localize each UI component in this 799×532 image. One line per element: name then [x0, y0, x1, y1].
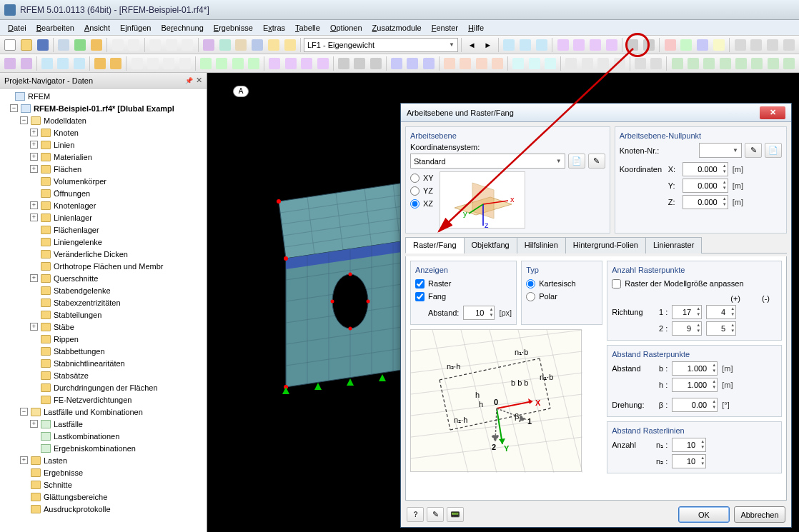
tbtn-undo[interactable] — [110, 37, 125, 53]
tb2-33[interactable] — [564, 56, 578, 71]
tbtn-copy[interactable] — [164, 37, 179, 53]
coordsys-edit-icon[interactable]: ✎ — [588, 154, 605, 169]
tree-item[interactable]: Stabendgelenke — [0, 284, 207, 296]
abstand-h-input[interactable]: 1.000 — [672, 378, 718, 392]
tb2-8[interactable] — [129, 56, 144, 71]
plane-xy[interactable]: XY — [410, 171, 434, 184]
tb2-44[interactable] — [750, 56, 764, 71]
tree-item[interactable]: +Lasten — [0, 454, 207, 466]
richtung2-plus-input[interactable]: 9 — [672, 321, 702, 336]
tbtn-f[interactable] — [282, 37, 297, 53]
radio-kartesisch[interactable]: Kartesisch — [526, 277, 597, 290]
tb2-42[interactable] — [718, 56, 732, 71]
dialog-close-icon[interactable]: ✕ — [760, 106, 785, 119]
tb2-12[interactable] — [199, 56, 213, 71]
new-node-icon[interactable]: 📄 — [765, 143, 782, 158]
knoten-combo[interactable] — [699, 143, 742, 158]
tb2-41[interactable] — [702, 56, 716, 71]
tbtn-4[interactable] — [56, 37, 71, 53]
tbtn-j1[interactable] — [662, 37, 678, 53]
tb2-27[interactable] — [458, 56, 472, 71]
expand-icon[interactable]: + — [30, 323, 38, 331]
tb2-29[interactable] — [490, 56, 505, 71]
tree-item[interactable]: Stabexzentrizitäten — [0, 296, 207, 308]
menu-datei[interactable]: Datei — [3, 22, 31, 34]
tb2-45[interactable] — [766, 56, 780, 71]
drehung-input[interactable]: 0.00 — [672, 398, 718, 412]
tree-item[interactable]: FE-Netzverdichtungen — [0, 393, 207, 406]
tb2-39[interactable] — [670, 56, 684, 71]
tb2-31[interactable] — [527, 56, 542, 71]
menu-ansicht[interactable]: Ansicht — [79, 22, 115, 34]
tab-hintergrund[interactable]: Hintergrund-Folien — [565, 237, 646, 254]
tree-item[interactable]: Stabbettungen — [0, 345, 207, 357]
coordsystem-combo[interactable]: Standard — [410, 154, 565, 169]
coord-y-input[interactable]: 0.000 — [683, 179, 728, 193]
tree-item[interactable]: Stabteilungen — [0, 308, 207, 321]
tree-item[interactable]: Veränderliche Dicken — [0, 248, 207, 260]
tbtn-k2[interactable] — [749, 37, 764, 53]
ok-button[interactable]: OK — [678, 506, 730, 523]
tb2-14[interactable] — [231, 56, 245, 71]
expand-icon[interactable]: + — [30, 201, 38, 209]
plane-xz[interactable]: XZ — [410, 197, 434, 210]
tb2-46[interactable] — [782, 56, 796, 71]
menu-ergebnisse[interactable]: Ergebnisse — [209, 22, 258, 34]
tree-item[interactable]: +Knotenlager — [0, 199, 207, 211]
tb2-4[interactable] — [56, 56, 70, 71]
tb2-18[interactable] — [299, 56, 314, 71]
menu-fenster[interactable]: Fenster — [427, 22, 463, 34]
tree-root[interactable]: RFEM — [28, 92, 50, 101]
tree-item[interactable]: Schnitte — [0, 478, 207, 491]
tree-item[interactable]: +Stäbe — [0, 321, 207, 333]
tb2-40[interactable] — [686, 56, 700, 71]
tree-item[interactable]: Glättungsbereiche — [0, 491, 207, 503]
tree-item[interactable]: Öffnungen — [0, 187, 207, 199]
expand-icon[interactable]: + — [30, 129, 38, 136]
expand-icon[interactable]: + — [30, 274, 38, 282]
tab-objektfang[interactable]: Objektfang — [464, 237, 517, 254]
tb2-38[interactable] — [649, 56, 663, 71]
tree-item[interactable]: +Knoten — [0, 126, 207, 139]
richtung1-minus-input[interactable]: 4 — [706, 305, 736, 319]
navigator-tree[interactable]: RFEM −RFEM-Beispiel-01.rf4* [Dlubal Exam… — [0, 89, 207, 532]
tbtn-grid-settings[interactable] — [625, 37, 640, 53]
tbtn-e[interactable] — [267, 37, 282, 53]
tbtn-h4[interactable] — [604, 37, 619, 53]
tab-linienraster[interactable]: Linienraster — [645, 237, 702, 254]
tb2-9[interactable] — [146, 56, 160, 71]
tb2-15[interactable] — [247, 56, 261, 71]
tbtn-b[interactable] — [217, 37, 232, 53]
tb2-43[interactable] — [734, 56, 748, 71]
tree-item[interactable]: Ausdruckprotokolle — [0, 503, 207, 515]
tbtn-5[interactable] — [73, 37, 88, 53]
tb2-6[interactable] — [93, 56, 107, 71]
tb2-19[interactable] — [315, 56, 329, 71]
expand-icon[interactable]: − — [20, 408, 28, 416]
linien-n2-input[interactable]: 10 — [672, 454, 706, 468]
tb2-36[interactable] — [612, 56, 626, 71]
tbtn-d[interactable] — [250, 37, 265, 53]
help-icon[interactable]: ？ — [407, 507, 424, 522]
tree-item[interactable]: Ergebniskombinationen — [0, 442, 207, 454]
tb2-26[interactable] — [442, 56, 457, 71]
tbtn-k4[interactable] — [781, 37, 796, 53]
tbtn-g2[interactable] — [518, 37, 533, 53]
tb2-25[interactable] — [421, 56, 435, 71]
tb2-11[interactable] — [178, 56, 192, 71]
tbtn-prev[interactable]: ◄ — [465, 37, 480, 53]
tree-item[interactable]: Liniengelenke — [0, 236, 207, 248]
tb2-7[interactable] — [109, 56, 123, 71]
tab-raster-fang[interactable]: Raster/Fang — [405, 237, 465, 254]
tree-item[interactable]: +Linien — [0, 139, 207, 151]
tree-item[interactable]: Volumenkörper — [0, 175, 207, 187]
tree-item[interactable]: +Lastfälle — [0, 418, 207, 430]
tb2-32[interactable] — [543, 56, 557, 71]
expand-icon[interactable]: − — [20, 116, 28, 124]
pick-node-icon[interactable]: ✎ — [745, 143, 762, 158]
loadcase-combo[interactable]: LF1 - Eigengewicht — [304, 38, 458, 52]
tree-item[interactable]: Flächenlager — [0, 224, 207, 236]
coord-x-input[interactable]: 0.000 — [683, 162, 728, 176]
check-fang[interactable]: Fang — [415, 290, 512, 303]
tree-item[interactable]: +Linienlager — [0, 211, 207, 224]
